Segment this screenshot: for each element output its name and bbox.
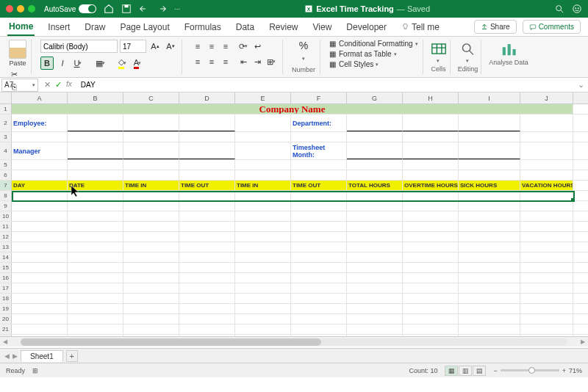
cell[interactable]: DATE [68, 181, 123, 190]
formula-input[interactable] [78, 81, 578, 89]
cell[interactable] [68, 132, 123, 142]
cell[interactable] [291, 314, 347, 324]
cell[interactable] [347, 294, 403, 303]
cell[interactable] [459, 304, 520, 313]
cell[interactable] [68, 142, 123, 159]
cell[interactable] [459, 222, 520, 231]
cell[interactable] [123, 335, 179, 336]
cell[interactable]: TIME OUT [291, 181, 347, 190]
cell[interactable] [520, 232, 573, 242]
home-icon[interactable] [104, 4, 114, 14]
cell[interactable]: Manager [12, 142, 68, 159]
cell[interactable] [459, 191, 520, 200]
cell[interactable] [123, 201, 179, 211]
cell[interactable] [403, 115, 459, 131]
cell[interactable] [520, 273, 573, 283]
cell[interactable] [12, 335, 68, 336]
cell[interactable] [520, 242, 573, 252]
sheet-tab-sheet1[interactable]: Sheet1 [21, 350, 63, 362]
row-header-7[interactable]: 7 [0, 181, 12, 190]
cell[interactable] [347, 201, 403, 211]
cell[interactable] [179, 253, 235, 262]
cell[interactable] [68, 314, 123, 324]
cell[interactable] [12, 283, 68, 293]
cell[interactable] [520, 304, 573, 313]
cell[interactable] [459, 232, 520, 242]
col-header-H[interactable]: H [403, 92, 459, 104]
zoom-out-button[interactable]: − [493, 367, 497, 374]
tab-formulas[interactable]: Formulas [183, 19, 223, 35]
row-header-16[interactable]: 16 [0, 273, 12, 283]
cell[interactable] [459, 211, 520, 221]
horizontal-scrollbar[interactable]: ◀ ▶ [0, 336, 588, 346]
row-header-12[interactable]: 12 [0, 232, 12, 242]
cell[interactable]: TIME IN [235, 181, 291, 190]
align-center-button[interactable]: ≡ [205, 55, 218, 68]
cell[interactable] [347, 160, 403, 170]
row-header-22[interactable]: 22 [0, 335, 12, 336]
cell[interactable] [347, 170, 403, 180]
merge-button[interactable]: ⊞▾ [265, 55, 278, 68]
row-header-19[interactable]: 19 [0, 304, 12, 313]
cell[interactable] [179, 191, 235, 200]
cell[interactable] [291, 335, 347, 336]
cell[interactable] [459, 314, 520, 324]
cell[interactable] [291, 283, 347, 293]
cell[interactable] [235, 160, 291, 170]
cell[interactable] [12, 273, 68, 283]
cell[interactable] [347, 304, 403, 313]
row-header-17[interactable]: 17 [0, 283, 12, 293]
cell[interactable] [123, 242, 179, 252]
cell[interactable] [123, 222, 179, 231]
cell[interactable] [235, 283, 291, 293]
sheet-nav-next[interactable]: ▶ [12, 352, 18, 360]
cell[interactable] [68, 253, 123, 262]
cell[interactable] [235, 263, 291, 272]
cell[interactable] [235, 253, 291, 262]
bold-button[interactable]: B [40, 57, 54, 70]
cell[interactable] [235, 335, 291, 336]
cell[interactable] [235, 222, 291, 231]
cell[interactable] [520, 263, 573, 272]
cell[interactable] [68, 304, 123, 313]
cell[interactable] [520, 191, 573, 200]
cell[interactable] [520, 294, 573, 303]
cell[interactable] [123, 170, 179, 180]
cell[interactable] [520, 222, 573, 231]
cell[interactable] [123, 115, 179, 131]
cell[interactable] [403, 294, 459, 303]
cell[interactable] [123, 253, 179, 262]
autosave-toggle[interactable]: AutoSave [44, 4, 96, 13]
cell[interactable] [459, 273, 520, 283]
close-window-button[interactable] [6, 5, 13, 12]
cell[interactable] [123, 263, 179, 272]
row-header-8[interactable]: 8 [0, 191, 12, 200]
cell[interactable] [403, 222, 459, 231]
cell[interactable] [12, 304, 68, 313]
scroll-thumb[interactable] [21, 338, 321, 346]
cell[interactable] [520, 132, 573, 142]
cell[interactable] [459, 115, 520, 131]
fx-button[interactable]: fx [66, 80, 72, 90]
cell[interactable] [123, 132, 179, 142]
cell[interactable] [459, 263, 520, 272]
cell[interactable] [12, 263, 68, 272]
cell[interactable] [291, 263, 347, 272]
cell[interactable] [403, 191, 459, 200]
tab-view[interactable]: View [312, 19, 334, 35]
cell[interactable] [12, 294, 68, 303]
row-header-10[interactable]: 10 [0, 211, 12, 221]
cell[interactable] [291, 324, 347, 334]
cell[interactable] [123, 160, 179, 170]
cell[interactable] [12, 132, 68, 142]
cell[interactable] [347, 211, 403, 221]
cell[interactable] [403, 201, 459, 211]
col-header-D[interactable]: D [179, 92, 235, 104]
cell[interactable] [347, 273, 403, 283]
cell[interactable] [179, 242, 235, 252]
cell[interactable] [459, 142, 520, 159]
increase-font-button[interactable]: A▴ [148, 40, 162, 53]
cell[interactable] [403, 232, 459, 242]
cell[interactable] [291, 294, 347, 303]
row-header-14[interactable]: 14 [0, 253, 12, 262]
